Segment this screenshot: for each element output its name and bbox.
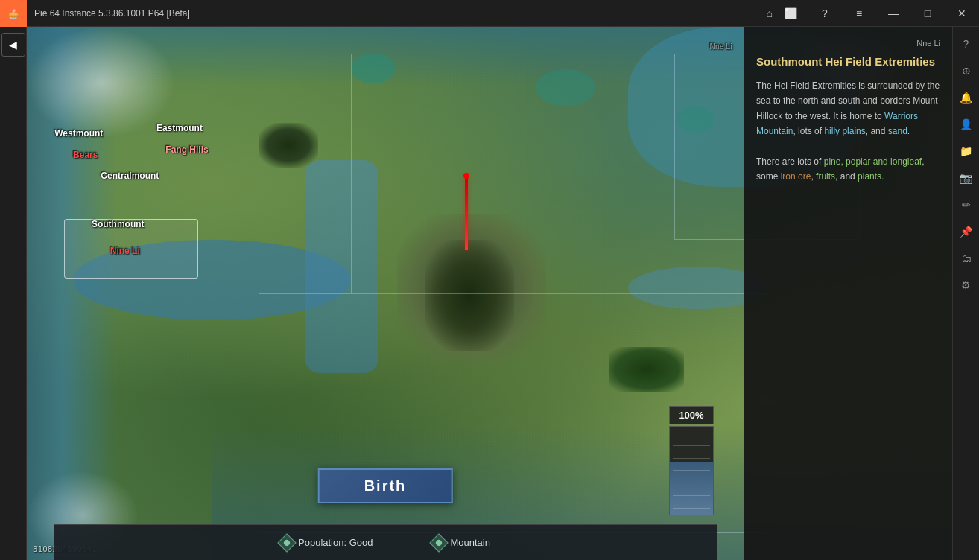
fruits-link[interactable]: fruits <box>816 171 835 182</box>
zoom-line-2 <box>673 445 710 446</box>
left-sidebar: ◀ <box>0 27 27 560</box>
pin-button[interactable]: 📌 <box>955 220 978 243</box>
folder-button[interactable]: 📁 <box>955 140 978 162</box>
grid-region-1 <box>351 54 675 293</box>
bookmark-icon[interactable]: ⬜ <box>780 4 802 22</box>
pine-poplar-link[interactable]: pine, poplar and longleaf <box>824 156 922 167</box>
region-title: Southmount Hei Field Extremities <box>756 54 940 69</box>
population-icon-inner <box>282 538 291 547</box>
back-button[interactable]: ◀ <box>1 33 25 57</box>
zoom-bar-lines <box>670 427 713 515</box>
app-icon: 🥧 <box>0 0 27 27</box>
zoom-line-1 <box>673 433 710 433</box>
snow-left-top <box>27 27 176 139</box>
edit-button[interactable]: ✏ <box>955 194 978 216</box>
population-label: Population: Good <box>298 537 373 548</box>
sand-link[interactable]: sand <box>888 126 907 136</box>
nav-icons: ⌂ ⬜ <box>756 4 808 22</box>
map-area[interactable]: Westmount Bears Eastmount Fang Hills Cen… <box>27 27 952 560</box>
zoom-bar[interactable] <box>669 426 714 515</box>
terrain-label: Mountain <box>450 537 490 548</box>
desc-text-4: . <box>907 126 910 136</box>
layers-button[interactable]: 🗂 <box>955 247 978 270</box>
location-marker <box>465 176 468 250</box>
help-button[interactable]: ? <box>808 0 842 27</box>
desc-text-5: There are lots of <box>756 156 824 167</box>
zoom-line-4 <box>673 470 710 471</box>
camera-button[interactable]: 📷 <box>955 167 978 189</box>
menu-button[interactable]: ≡ <box>842 0 876 27</box>
profile-button[interactable]: 👤 <box>955 113 978 136</box>
desc-text-3: , and <box>866 126 888 136</box>
bottom-status-bar: Population: Good Mountain <box>54 524 717 560</box>
terrain-status: Mountain <box>417 536 504 550</box>
zoom-line-7 <box>673 508 710 509</box>
home-icon[interactable]: ⌂ <box>762 4 777 22</box>
help-sidebar-button[interactable]: ? <box>955 33 978 55</box>
notifications-button[interactable]: 🔔 <box>955 86 978 109</box>
terrain-icon <box>430 533 449 552</box>
svg-text:🥧: 🥧 <box>7 7 20 20</box>
region-sublabel: Nne Li <box>756 39 940 48</box>
zoom-line-5 <box>673 483 710 483</box>
zoom-in-button[interactable]: ⊕ <box>955 60 978 82</box>
region-description: The Hei Field Extremities is surrounded … <box>756 78 940 185</box>
population-icon <box>277 533 296 552</box>
zoom-line-6 <box>673 495 710 496</box>
zoom-percentage: 100% <box>669 406 714 424</box>
terrain-icon-inner <box>435 538 443 547</box>
southmount-region-box <box>64 219 198 279</box>
window-controls: ? ≡ — □ ✕ <box>808 0 979 27</box>
app-title: Pie 64 Instance 5.3.86.1001 P64 [Beta] <box>27 8 756 19</box>
hilly-plains-link[interactable]: hilly plains <box>824 126 865 136</box>
desc-text-2: , lots of <box>793 126 824 136</box>
info-panel: Nne Li Southmount Hei Field Extremities … <box>744 27 952 560</box>
desc-text-8: , and <box>835 171 858 182</box>
minimize-button[interactable]: — <box>876 0 910 27</box>
forest-patch-1 <box>259 123 318 168</box>
maximize-button[interactable]: □ <box>910 0 945 27</box>
iron-ore-link[interactable]: iron ore <box>781 171 811 182</box>
plants-link[interactable]: plants <box>858 171 881 182</box>
right-sidebar: ? ⊕ 🔔 👤 📁 📷 ✏ 📌 🗂 ⚙ <box>952 27 979 560</box>
zoom-line-3 <box>673 458 710 459</box>
birth-button[interactable]: Birth <box>318 468 453 503</box>
population-status: Population: Good <box>265 536 387 550</box>
close-button[interactable]: ✕ <box>945 0 979 27</box>
title-bar: 🥧 Pie 64 Instance 5.3.86.1001 P64 [Beta]… <box>0 0 979 27</box>
desc-text-9: . <box>881 171 884 182</box>
settings-button[interactable]: ⚙ <box>955 274 978 296</box>
zoom-control: 100% <box>669 406 714 515</box>
